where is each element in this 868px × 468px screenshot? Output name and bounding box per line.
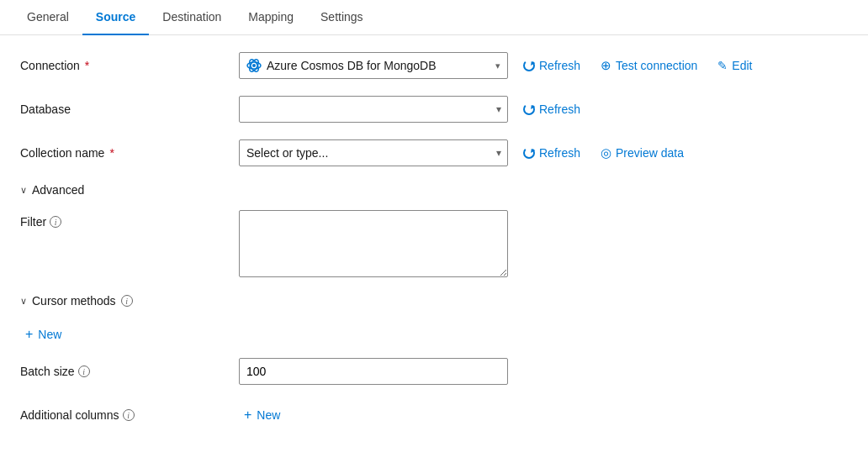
cosmos-icon: [246, 58, 262, 73]
new-cursor-row: + New: [20, 321, 848, 348]
connection-row: Connection * Azure Cosmos DB for MongoDB…: [20, 52, 848, 79]
database-row: Database Refresh: [20, 96, 848, 123]
database-label: Database: [20, 103, 239, 116]
additional-columns-controls: + New: [239, 404, 848, 426]
connection-dropdown[interactable]: Azure Cosmos DB for MongoDB ▾: [239, 52, 508, 79]
advanced-toggle[interactable]: ∨ Advanced: [20, 183, 848, 197]
database-refresh-icon: [523, 103, 535, 115]
connection-value-text: Azure Cosmos DB for MongoDB: [267, 59, 490, 72]
collection-name-select[interactable]: Select or type...: [239, 139, 508, 166]
collection-name-row: Collection name * Select or type... Refr…: [20, 139, 848, 166]
filter-info-icon: i: [50, 216, 61, 228]
database-select-wrapper: [239, 96, 508, 123]
new-cursor-button[interactable]: + New: [20, 323, 66, 345]
collection-name-required: *: [109, 146, 114, 160]
connection-label: Connection *: [20, 59, 239, 72]
test-connection-icon: ⊕: [601, 58, 611, 73]
database-refresh-button[interactable]: Refresh: [518, 99, 585, 119]
tab-destination[interactable]: Destination: [149, 0, 235, 35]
collection-name-controls: Select or type... Refresh ◎ Preview data: [239, 139, 848, 166]
filter-row: Filter i: [20, 210, 848, 277]
additional-columns-row: Additional columns i + New: [20, 402, 848, 429]
tab-general[interactable]: General: [13, 0, 82, 35]
batch-size-info-icon: i: [78, 365, 90, 377]
cursor-methods-toggle[interactable]: ∨ Cursor methods i: [20, 294, 848, 308]
new-additional-column-button[interactable]: + New: [239, 404, 285, 426]
preview-icon: ◎: [601, 145, 611, 160]
connection-refresh-button[interactable]: Refresh: [518, 55, 585, 76]
database-controls: Refresh: [239, 96, 848, 123]
collection-name-select-wrapper: Select or type...: [239, 139, 508, 166]
tab-mapping[interactable]: Mapping: [235, 0, 307, 35]
additional-columns-label: Additional columns i: [20, 408, 239, 422]
form-content: Connection * Azure Cosmos DB for MongoDB…: [0, 35, 868, 462]
collection-name-label: Collection name *: [20, 146, 239, 160]
connection-chevron-icon: ▾: [495, 60, 500, 71]
filter-controls: [239, 210, 848, 277]
collection-refresh-button[interactable]: Refresh: [518, 143, 585, 163]
tab-bar: General Source Destination Mapping Setti…: [0, 0, 868, 35]
filter-textarea[interactable]: [239, 210, 508, 277]
connection-required: *: [85, 59, 89, 72]
new-additional-column-plus-icon: +: [244, 408, 251, 423]
tab-source[interactable]: Source: [82, 0, 149, 35]
edit-connection-button[interactable]: ✎ Edit: [712, 55, 757, 76]
batch-size-label: Batch size i: [20, 365, 239, 378]
test-connection-button[interactable]: ⊕ Test connection: [595, 55, 702, 76]
cursor-methods-chevron-icon: ∨: [20, 296, 27, 307]
collection-refresh-icon: [523, 147, 535, 159]
connection-controls: Azure Cosmos DB for MongoDB ▾ Refresh ⊕ …: [239, 52, 848, 79]
preview-data-button[interactable]: ◎ Preview data: [595, 142, 689, 164]
new-cursor-plus-icon: +: [25, 327, 33, 342]
batch-size-row: Batch size i: [20, 358, 848, 385]
cursor-methods-info-icon: i: [121, 295, 133, 307]
additional-columns-info-icon: i: [123, 409, 135, 421]
batch-size-controls: [239, 358, 848, 385]
advanced-chevron-icon: ∨: [20, 185, 27, 196]
tab-settings[interactable]: Settings: [307, 0, 377, 35]
connection-refresh-icon: [523, 60, 535, 71]
filter-label: Filter i: [20, 210, 239, 229]
edit-icon: ✎: [717, 59, 728, 72]
svg-point-3: [252, 64, 256, 67]
database-select[interactable]: [239, 96, 508, 123]
batch-size-input[interactable]: [239, 358, 508, 385]
